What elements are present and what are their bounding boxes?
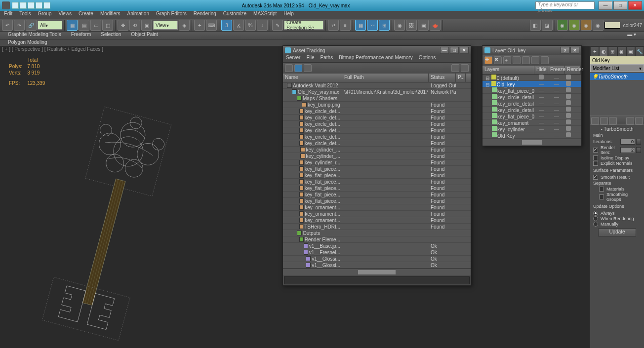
- at-close-button[interactable]: ✕: [460, 47, 469, 54]
- select-icon[interactable]: ▦: [67, 20, 78, 31]
- redo-icon[interactable]: ↷: [14, 20, 25, 31]
- keymode-icon[interactable]: ⌨: [206, 20, 217, 31]
- ribbon-minimize-icon[interactable]: ▬ ▾: [627, 32, 636, 39]
- menu-help[interactable]: Help: [283, 11, 294, 19]
- mirror-icon[interactable]: ⇄: [328, 20, 339, 31]
- isoline-check[interactable]: [593, 155, 598, 160]
- render-setup-icon[interactable]: 🖼: [406, 20, 417, 31]
- at-col-path[interactable]: Full Path: [342, 74, 429, 82]
- object-name-field[interactable]: Old Key: [590, 56, 644, 64]
- layer-list[interactable]: ⊟ 0 (default)—⊟ Old_key——key_flat_piece_…: [483, 75, 581, 139]
- layer-hide-icon[interactable]: [531, 56, 539, 64]
- move-icon[interactable]: ✥: [118, 20, 128, 31]
- close-button[interactable]: ✕: [628, 1, 642, 10]
- smooth-result-check[interactable]: [593, 175, 598, 180]
- qa-open-icon[interactable]: [20, 2, 27, 9]
- asset-row[interactable]: TSHero_HDRI...Found: [283, 224, 471, 230]
- asset-row[interactable]: v1__Glossi...Ok: [283, 262, 471, 269]
- vray-2-icon[interactable]: ◉: [569, 20, 580, 31]
- cp-tab-display-icon[interactable]: ▣: [626, 46, 635, 56]
- at-menu-options[interactable]: Options: [419, 55, 436, 62]
- minimize-button[interactable]: —: [599, 1, 612, 10]
- asset-row[interactable]: key_ornament...Found: [283, 211, 471, 217]
- cp-tab-motion-icon[interactable]: ◉: [617, 46, 626, 56]
- remove-mod-icon[interactable]: [626, 117, 634, 125]
- smgroups-check[interactable]: [599, 194, 604, 199]
- asset-row[interactable]: Render Eleme...: [283, 236, 471, 243]
- cp-tab-modify-icon[interactable]: ◐: [599, 46, 608, 56]
- asset-row[interactable]: key_circle_det...Found: [283, 121, 471, 127]
- at-menu-paths[interactable]: Paths: [321, 55, 333, 62]
- qa-redo-icon[interactable]: [43, 2, 50, 9]
- at-opt1-icon[interactable]: [451, 64, 459, 72]
- iterations-spinner[interactable]: 0: [620, 139, 635, 145]
- scale-icon[interactable]: ▣: [141, 20, 152, 31]
- asset-row[interactable]: key_circle_det...Found: [283, 115, 471, 121]
- asset-row[interactable]: key_flat_piece...Found: [283, 185, 471, 192]
- select-name-icon[interactable]: ▤: [79, 20, 89, 31]
- align-icon[interactable]: ≡: [340, 20, 351, 31]
- help-search-input[interactable]: Type a keyword or phrase: [535, 1, 595, 9]
- asset-row[interactable]: Autodesk Vault 2012Logged Out ...: [283, 82, 471, 89]
- layer-render-toggle[interactable]: [565, 100, 580, 106]
- menu-rendering[interactable]: Rendering: [194, 11, 216, 19]
- pin-stack-icon[interactable]: [591, 117, 599, 125]
- render-fb-icon[interactable]: ▣: [418, 20, 429, 31]
- layer-row[interactable]: Old Key——: [483, 132, 581, 139]
- layer-add-icon[interactable]: ＋: [503, 56, 511, 64]
- cp-tab-utils-icon[interactable]: 🔧: [635, 46, 644, 56]
- stack-turbosmooth[interactable]: 💡 TurboSmooth: [590, 73, 644, 80]
- menu-group[interactable]: Group: [38, 11, 52, 19]
- menu-maxscript[interactable]: MAXScript: [253, 11, 277, 19]
- show-endresult-icon[interactable]: [600, 117, 608, 125]
- ribbon-tab-objectpaint[interactable]: Object Paint: [131, 32, 158, 39]
- vray-1-icon[interactable]: ◉: [557, 20, 568, 31]
- asset-tracking-list[interactable]: Autodesk Vault 2012Logged Out ...Old_Key…: [283, 82, 471, 269]
- menu-modifiers[interactable]: Modifiers: [100, 11, 121, 19]
- layer-col-render[interactable]: Render: [565, 66, 581, 74]
- asset-row[interactable]: key_ornament...Found: [283, 217, 471, 224]
- materials-check[interactable]: [599, 187, 604, 192]
- asset-tracking-window[interactable]: Asset Tracking — □ ✕ Server File Paths B…: [282, 45, 471, 286]
- layer-close-button[interactable]: ✕: [570, 47, 579, 54]
- qa-new-icon[interactable]: [12, 2, 19, 9]
- material-editor-icon[interactable]: ◉: [394, 20, 405, 31]
- asset-row[interactable]: key_bump.pngFound: [283, 102, 471, 108]
- manip-icon[interactable]: ✦: [194, 20, 205, 31]
- layer-window[interactable]: Layer: Old_key ? ✕ ✚ ✖ ＋ Layers Hide Fre…: [482, 45, 582, 146]
- viewport-label[interactable]: [ + ] [ Perspective ] [ Realistic + Edge…: [2, 46, 103, 52]
- cp-tab-hierarchy-icon[interactable]: ⊞: [608, 46, 617, 56]
- explicit-check[interactable]: [593, 161, 598, 166]
- at-menu-server[interactable]: Server: [286, 55, 300, 62]
- angle-snap-icon[interactable]: ∡: [233, 20, 244, 31]
- asset-row[interactable]: key_ornament...Found: [283, 204, 471, 211]
- asset-row[interactable]: key_circle_det...Found: [283, 140, 471, 147]
- at-minimize-button[interactable]: —: [440, 47, 449, 54]
- menu-create[interactable]: Create: [79, 11, 93, 19]
- selection-filter-combo[interactable]: All ▾: [38, 21, 62, 30]
- link-icon[interactable]: 🔗: [26, 20, 37, 31]
- at-col-name[interactable]: Name: [283, 74, 342, 82]
- at-table-icon[interactable]: [304, 64, 312, 72]
- layer-help-button[interactable]: ?: [561, 47, 569, 54]
- asset-tracking-titlebar[interactable]: Asset Tracking — □ ✕: [283, 46, 471, 55]
- maximize-button[interactable]: □: [613, 1, 627, 10]
- undo-icon[interactable]: ↶: [2, 20, 13, 31]
- layer-render-toggle[interactable]: [565, 75, 580, 80]
- asset-row[interactable]: v1__Base.jp...Ok: [283, 243, 471, 249]
- layer-titlebar[interactable]: Layer: Old_key ? ✕: [483, 46, 581, 55]
- percent-snap-icon[interactable]: %: [245, 20, 256, 31]
- app-icon[interactable]: [2, 1, 10, 9]
- ref-coord-icon[interactable]: ◧: [530, 20, 541, 31]
- edit-selset-icon[interactable]: ✎: [272, 20, 283, 31]
- layer-render-toggle[interactable]: [565, 87, 580, 93]
- spinner-snap-icon[interactable]: ↕: [257, 20, 268, 31]
- qa-save-icon[interactable]: [28, 2, 35, 9]
- snap-icon[interactable]: 3: [221, 20, 232, 31]
- rollout-title[interactable]: - TurboSmooth: [593, 126, 641, 132]
- asset-row[interactable]: key_flat_piece...Found: [283, 179, 471, 185]
- menu-edit[interactable]: Edit: [4, 11, 12, 19]
- rotate-icon[interactable]: ⟲: [129, 20, 140, 31]
- asset-row[interactable]: v1__Fresnel...Ok: [283, 249, 471, 256]
- ribbon-tab-freeform[interactable]: Freeform: [71, 32, 91, 39]
